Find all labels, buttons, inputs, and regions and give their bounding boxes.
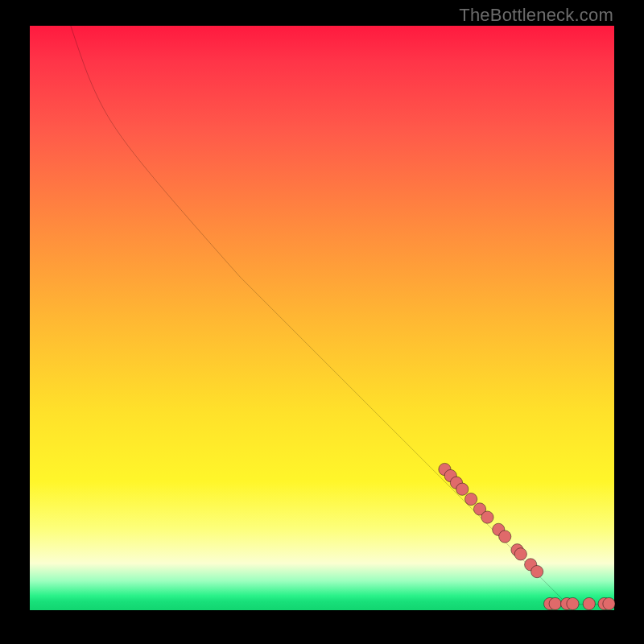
plot-area [30,26,614,610]
data-marker [465,493,477,505]
watermark-text: TheBottleneck.com [459,5,613,26]
data-marker [549,597,561,609]
bottleneck-curve [71,26,614,605]
data-marker [603,597,615,609]
data-marker [456,483,469,495]
data-marker [567,597,579,609]
data-marker [514,548,526,560]
data-marker [531,565,543,577]
chart-frame: TheBottleneck.com [0,0,644,644]
marker-group [439,463,615,609]
chart-svg [30,26,614,610]
data-marker [481,511,493,523]
data-marker [583,597,595,609]
data-marker [499,530,511,543]
